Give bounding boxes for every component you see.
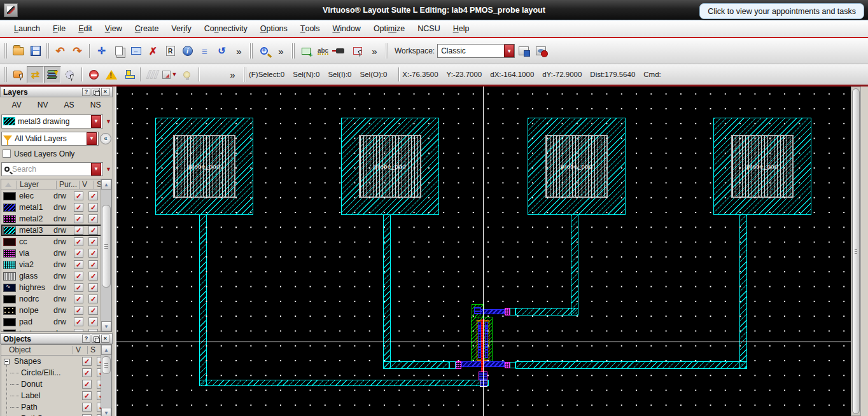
toolbar-overflow-button[interactable]: » [230, 43, 248, 60]
toolbar-grip[interactable] [249, 43, 253, 59]
menu-window[interactable]: Window [326, 20, 367, 37]
visible-checkbox[interactable]: ✓ [82, 403, 92, 412]
objects-panel-titlebar[interactable]: Objects ? × [0, 333, 113, 344]
collapse-expander-icon[interactable] [4, 359, 10, 364]
layer-row-via[interactable]: viadrw✓✓ [1, 247, 111, 259]
via2-cut-top[interactable] [510, 308, 515, 315]
menu-tools[interactable]: Tools [294, 20, 326, 37]
sort-arrow-icon[interactable] [5, 183, 11, 187]
layer-tap-button[interactable]: ▼ [44, 66, 61, 83]
search-dropdown-button[interactable]: ▼ [91, 163, 101, 176]
selectable-checkbox[interactable]: ✓ [88, 214, 98, 223]
objects-close-button[interactable]: × [101, 335, 109, 343]
metal3-wire-pad2-vertical[interactable] [383, 214, 391, 369]
path-mode-button[interactable]: ⇄ [27, 66, 44, 83]
layer-filter-combobox[interactable]: All Valid Layers ▼ [1, 132, 99, 146]
create-label-button[interactable]: abc [314, 43, 332, 60]
canvas-vertical-scrollbar[interactable] [851, 87, 861, 416]
dropdown-arrow-icon[interactable]: ▼ [106, 166, 111, 172]
visible-checkbox[interactable]: ✓ [82, 391, 92, 400]
delete-workspace-button[interactable] [532, 43, 549, 60]
selectable-checkbox[interactable]: ✓ [88, 329, 98, 332]
via1-cut-right[interactable] [505, 362, 510, 368]
visible-checkbox[interactable]: ✓ [82, 357, 92, 366]
zoom-button[interactable] [255, 43, 272, 60]
visible-checkbox[interactable]: ✓ [74, 283, 83, 292]
visible-checkbox[interactable]: ✓ [74, 226, 83, 235]
selectable-checkbox[interactable]: ✓ [88, 249, 98, 258]
create-pin-button[interactable] [332, 43, 349, 60]
selectable-checkbox[interactable]: ✓ [88, 295, 98, 303]
menu-launch[interactable]: Launch [8, 20, 46, 37]
selectable-checkbox[interactable]: ✓ [88, 317, 98, 326]
select-area-button[interactable] [349, 43, 366, 60]
create-instance-button[interactable] [297, 43, 314, 60]
metal3-wire-pad3-vertical[interactable] [571, 214, 578, 315]
layer-row-metal1[interactable]: metal1drw✓✓ [1, 202, 111, 213]
toolbar-grip[interactable] [385, 43, 389, 59]
slant-layers-button[interactable] [144, 66, 161, 83]
open-button[interactable] [10, 43, 27, 60]
via2-cut-left[interactable] [449, 361, 456, 369]
gate-via-selected[interactable] [480, 380, 487, 387]
menu-help[interactable]: Help [447, 20, 476, 37]
objects-row-donut[interactable]: Donut✓✓ [1, 378, 111, 390]
purpose-column-header[interactable]: Pur... [56, 181, 79, 189]
selectable-checkbox[interactable]: ✓ [88, 272, 98, 281]
layer-row-metal2[interactable]: metal2drw✓✓ [1, 213, 111, 225]
visible-checkbox[interactable]: ✓ [82, 368, 92, 377]
dropdown-arrow-icon[interactable]: ▼ [106, 118, 111, 125]
active-layer-dropdown-button[interactable]: ▼ [91, 115, 101, 128]
area-select-button[interactable] [61, 66, 78, 83]
move-button[interactable]: ✛ [93, 43, 110, 60]
layer-row-elec[interactable]: elecdrw✓✓ [1, 190, 111, 202]
visible-checkbox[interactable]: ✓ [74, 249, 83, 258]
align-button[interactable]: ≡ [196, 43, 213, 60]
menu-options[interactable]: Options [254, 20, 294, 37]
visible-checkbox[interactable]: ✓ [74, 317, 83, 326]
layout-canvas[interactable]: probe_pad probe_pad probe_pad probe_pad [116, 87, 851, 416]
menu-edit[interactable]: Edit [72, 20, 99, 37]
appointments-notification[interactable]: Click to view your appointments and task… [699, 3, 864, 19]
metal3-wire-pad3-horizontal[interactable] [515, 308, 578, 315]
visible-checkbox[interactable]: ✓ [74, 260, 83, 269]
marker-dropdown-button[interactable]: ▼ [161, 66, 178, 83]
menu-file[interactable]: File [46, 20, 72, 37]
drain-contact-column[interactable] [485, 322, 488, 358]
layer-row-via2[interactable]: via2drw✓✓ [1, 259, 111, 270]
save-button[interactable] [27, 43, 44, 60]
active-layer-combobox[interactable]: metal3 drawing ▼ [1, 114, 103, 128]
modes-overflow-button[interactable]: » [224, 66, 241, 83]
visible-column-header[interactable]: V [79, 181, 94, 189]
layer-row-cc[interactable]: ccdrw✓✓ [1, 236, 111, 247]
delete-button[interactable]: ✗ [144, 43, 162, 60]
visible-checkbox[interactable]: ✓ [74, 295, 83, 303]
scrollbar-thumb[interactable] [102, 356, 111, 374]
all-visible-button[interactable]: AV [12, 101, 22, 109]
gravity-snap-button[interactable] [120, 66, 137, 83]
info-button[interactable]: i [179, 43, 196, 60]
layer-list-scrollbar[interactable]: ▲ ▼ [101, 179, 111, 331]
visible-checkbox[interactable]: ✓ [74, 214, 83, 223]
toolbar-grip[interactable] [4, 43, 8, 59]
check-warnings-button[interactable] [102, 66, 120, 83]
workspace-combobox[interactable]: Classic ▼ [437, 44, 515, 58]
layer-row-text[interactable]: textdrw✓✓ [1, 328, 111, 332]
visible-checkbox[interactable]: ✓ [74, 329, 83, 332]
via2-cut-right[interactable] [510, 362, 515, 368]
layer-row-pad[interactable]: paddrw✓✓ [1, 316, 111, 328]
metal1-nwell-strap[interactable] [477, 309, 505, 314]
menu-optimize[interactable]: Optimize [367, 20, 411, 37]
via1-cut-top[interactable] [505, 308, 510, 315]
nwell-tap-contact[interactable] [474, 307, 481, 314]
scroll-down-button[interactable]: ▼ [101, 408, 111, 416]
metal3-wire-pad4-horizontal[interactable] [515, 361, 747, 369]
properties-button[interactable]: R [162, 43, 179, 60]
scroll-up-button[interactable]: ▲ [101, 179, 111, 190]
layers-panel-titlebar[interactable]: Layers ? × [0, 87, 113, 97]
probe-pad-3[interactable]: probe_pad [528, 118, 626, 215]
menu-verify[interactable]: Verify [165, 20, 197, 37]
copy-button[interactable] [110, 43, 127, 60]
menu-ncsu[interactable]: NCSU [411, 20, 446, 37]
redraw-button[interactable]: ↺ [213, 43, 230, 60]
